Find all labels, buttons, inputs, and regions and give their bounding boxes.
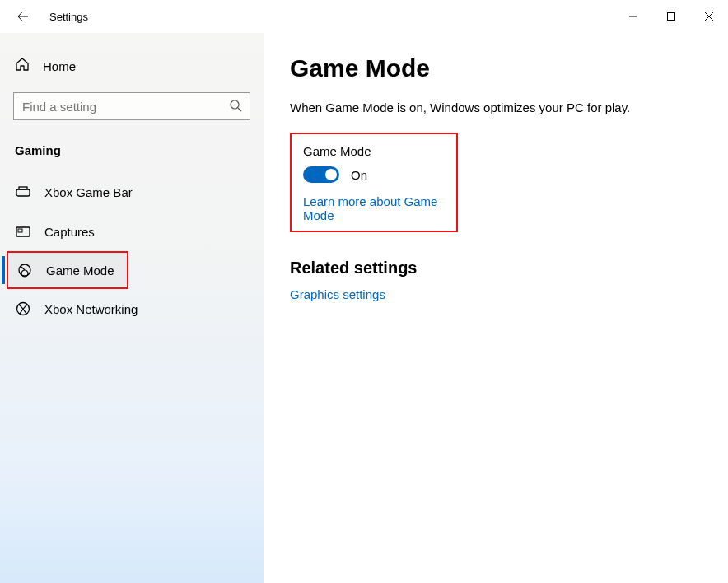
highlight-game-mode-setting: Game Mode On Learn more about Game Mode [290,133,458,232]
window-controls [614,3,728,30]
arrow-left-icon [16,10,30,23]
page-title: Game Mode [290,54,702,82]
minimize-icon [628,12,638,21]
svg-rect-5 [18,229,22,232]
graphics-settings-link[interactable]: Graphics settings [290,287,702,301]
main-content: Game Mode When Game Mode is on, Windows … [264,33,728,583]
page-description: When Game Mode is on, Windows optimizes … [290,100,702,114]
search-icon [229,99,242,115]
toggle-knob [325,169,337,180]
sidebar-item-label: Captures [44,225,95,239]
svg-rect-3 [19,187,27,189]
related-heading: Related settings [290,259,702,278]
sidebar-item-captures[interactable]: Captures [0,212,264,251]
game-mode-toggle-row: On [303,166,445,183]
learn-more-link[interactable]: Learn more about Game Mode [303,194,445,222]
captures-icon [15,223,31,240]
search-input[interactable] [13,92,250,120]
close-button[interactable] [690,3,728,30]
sidebar-item-label: Xbox Networking [44,302,138,316]
sidebar-item-label: Game Mode [46,264,114,278]
titlebar: Settings [0,0,728,33]
sidebar-item-game-mode[interactable]: Game Mode [8,253,127,287]
home-icon [15,57,30,75]
sidebar-item-label: Xbox Game Bar [44,185,133,199]
xbox-icon [15,301,31,317]
svg-rect-2 [16,189,30,196]
maximize-button[interactable] [652,3,690,30]
svg-point-1 [231,100,239,109]
sidebar-item-xbox-networking[interactable]: Xbox Networking [0,289,264,329]
category-heading: Gaming [0,135,264,172]
game-bar-icon [15,184,31,200]
game-mode-toggle[interactable] [303,166,339,183]
svg-rect-0 [668,13,675,21]
sidebar-item-xbox-game-bar[interactable]: Xbox Game Bar [0,172,264,212]
home-label: Home [43,59,76,73]
window-title: Settings [49,11,88,23]
search-container [13,92,250,120]
game-mode-state: On [351,168,367,182]
sidebar: Home Gaming Xbox Game Bar Captures [0,33,264,583]
home-nav[interactable]: Home [0,49,264,82]
game-mode-icon [16,262,33,278]
maximize-icon [666,12,676,21]
back-button[interactable] [13,7,33,26]
game-mode-label: Game Mode [303,144,445,158]
highlight-game-mode-nav: Game Mode [7,251,128,289]
minimize-button[interactable] [614,3,652,30]
close-icon [704,12,714,21]
